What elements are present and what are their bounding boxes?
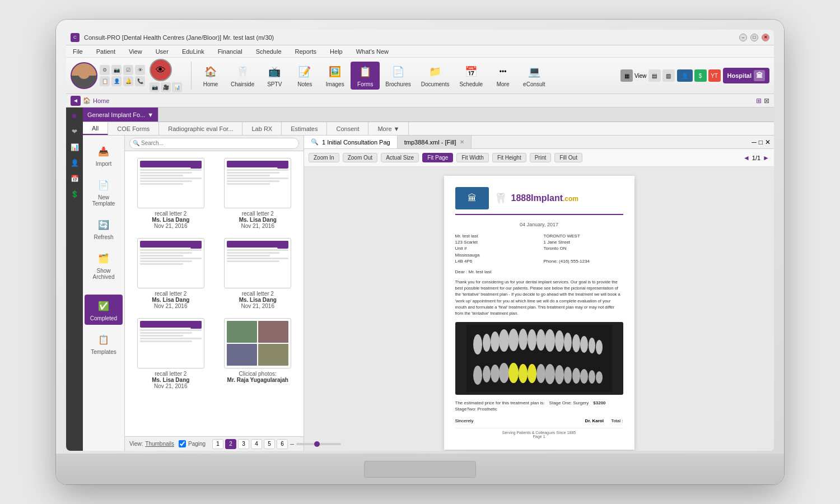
toolbar-icon-6[interactable]: 👤 — [111, 76, 122, 86]
viewer-tab-2[interactable]: tmp3884.xml - [Fill] ✕ — [398, 136, 472, 148]
list-item[interactable]: recall letter 2 Ms. Lisa Dang Nov 21, 20… — [129, 236, 212, 311]
slider-track[interactable] — [296, 443, 341, 445]
paging-checkbox[interactable] — [179, 440, 186, 447]
sidebar-icon-4[interactable]: 📅 — [68, 172, 81, 185]
eye-icon-1[interactable]: 📷 — [150, 82, 160, 92]
toolbar-sptv[interactable]: 📺 SPTV — [260, 62, 289, 90]
toolbar-icon-4[interactable]: 👁 — [135, 65, 145, 75]
menu-financial[interactable]: Financial — [216, 48, 245, 55]
nav-icon-1[interactable]: ⊞ — [756, 97, 762, 105]
slider-handle[interactable] — [314, 441, 320, 447]
profile-avatar[interactable] — [71, 62, 97, 89]
search-input[interactable] — [129, 138, 299, 149]
viewer-tab-1[interactable]: 🔍 1 Initial Consultation Pag — [304, 136, 398, 148]
view-toggle-2[interactable]: ▤ — [648, 69, 661, 82]
print-button[interactable]: Print — [530, 153, 552, 162]
close-button[interactable]: ✕ — [762, 34, 769, 41]
sidebar-home-icon[interactable]: ⏺ — [68, 110, 81, 122]
page-btn-5[interactable]: 5 — [264, 439, 275, 449]
toolbar-icon-7[interactable]: 🔔 — [123, 76, 133, 86]
menu-file[interactable]: File — [71, 48, 85, 55]
subtab-all[interactable]: All — [83, 122, 108, 135]
page-btn-1[interactable]: 1 — [212, 439, 223, 449]
list-item[interactable]: recall letter 2 Ms. Lisa Dang Nov 21, 20… — [217, 156, 300, 231]
subtab-consent[interactable]: Consent — [327, 122, 368, 135]
maximize-viewer-btn[interactable]: □ — [759, 138, 763, 146]
nav-back-btn[interactable]: ◄ — [71, 96, 81, 106]
page-btn-6[interactable]: 6 — [277, 439, 288, 449]
fit-height-button[interactable]: Fit Height — [492, 153, 526, 162]
menu-reports[interactable]: Reports — [293, 48, 319, 55]
zoom-out-button[interactable]: Zoom Out — [343, 153, 377, 162]
page-btn-4[interactable]: 4 — [251, 439, 262, 449]
menu-schedule[interactable]: Schedule — [254, 48, 284, 55]
maximize-button[interactable]: □ — [750, 34, 758, 41]
minimize-viewer-btn[interactable]: ─ — [752, 138, 757, 146]
fit-page-button[interactable]: Fit Page — [422, 153, 453, 162]
user-icon-2[interactable]: $ — [694, 69, 707, 82]
toolbar-chairside[interactable]: 🦷 Chairside — [226, 62, 259, 90]
menu-whats-new[interactable]: What's New — [354, 48, 391, 55]
prev-page-btn[interactable]: ◄ — [743, 154, 750, 162]
new-template-button[interactable]: 📄 New Template — [85, 174, 123, 210]
nav-home[interactable]: 🏠 Home — [83, 97, 109, 104]
refresh-button[interactable]: 🔄 Refresh — [85, 213, 123, 244]
menu-help[interactable]: Help — [328, 48, 345, 55]
page-btn-3[interactable]: 3 — [238, 439, 249, 449]
user-icon-3[interactable]: YT — [708, 69, 721, 82]
subtab-coe[interactable]: COE Forms — [108, 122, 159, 135]
templates-button[interactable]: 📋 Templates — [85, 328, 123, 358]
sidebar-icon-3[interactable]: 👤 — [68, 157, 81, 169]
list-item[interactable]: recall letter 2 Ms. Lisa Dang Nov 21, 20… — [129, 316, 212, 391]
view-toggle-1[interactable]: ▦ — [620, 69, 633, 82]
sidebar-icon-1[interactable]: ❤ — [68, 125, 81, 138]
list-item[interactable]: recall letter 2 Ms. Lisa Dang Nov 21, 20… — [217, 236, 300, 311]
next-page-btn[interactable]: ► — [763, 154, 769, 162]
toolbar-econsult[interactable]: 💻 eConsult — [519, 62, 549, 90]
eye-icon-3[interactable]: 📊 — [172, 82, 182, 92]
page-btn-2[interactable]: 2 — [225, 439, 236, 449]
subtab-estimates[interactable]: Estimates — [282, 122, 327, 135]
subtab-radio[interactable]: Radiographic eval For... — [159, 122, 242, 135]
list-item[interactable]: Clicical photos: Mr. Raja Yugagularajah — [217, 316, 300, 391]
fit-width-button[interactable]: Fit Width — [456, 153, 488, 162]
toolbar-schedule[interactable]: 📅 Schedule — [455, 62, 487, 90]
menu-view[interactable]: View — [127, 48, 144, 55]
toolbar-home[interactable]: 🏠 Home — [196, 62, 225, 90]
subtab-more[interactable]: More ▼ — [368, 122, 409, 135]
show-archived-button[interactable]: 🗂️ Show Archived — [85, 247, 123, 283]
trackpad[interactable] — [364, 461, 476, 478]
toolbar-documents[interactable]: 📁 Documents — [417, 62, 454, 90]
menu-patient[interactable]: Patient — [94, 48, 118, 55]
user-icon-1[interactable]: 👤 — [677, 69, 693, 82]
toolbar-images[interactable]: 🖼️ Images — [320, 62, 349, 90]
menu-edulink[interactable]: EduLink — [180, 48, 207, 55]
viewer-tab-2-close[interactable]: ✕ — [460, 139, 464, 145]
minimize-button[interactable]: – — [739, 34, 747, 41]
toolbar-icon-1[interactable]: ⚙ — [100, 65, 110, 75]
view-type[interactable]: Thumbnails — [145, 441, 174, 447]
toolbar-notes[interactable]: 📝 Notes — [290, 62, 319, 90]
completed-button[interactable]: ✅ Completed — [85, 295, 123, 325]
toolbar-forms[interactable]: 📋 Forms — [351, 62, 380, 90]
toolbar-brochures[interactable]: 📄 Brochures — [381, 62, 416, 90]
toolbar-icon-3[interactable]: ☑ — [123, 65, 133, 75]
actual-size-button[interactable]: Actual Size — [381, 153, 419, 162]
menu-user[interactable]: User — [153, 48, 171, 55]
toolbar-icon-5[interactable]: 📋 — [100, 76, 110, 86]
subtab-labrx[interactable]: Lab RX — [242, 122, 282, 135]
sidebar-icon-5[interactable]: 💲 — [68, 188, 81, 200]
import-button[interactable]: 📥 Import — [85, 140, 123, 170]
toolbar-more[interactable]: ••• More — [488, 62, 517, 90]
zoom-in-button[interactable]: Zoom In — [309, 153, 339, 162]
toolbar-icon-2[interactable]: 📷 — [111, 65, 122, 75]
main-tab-forms[interactable]: General Implant Fo... ▼ — [83, 108, 158, 122]
eye-icon-2[interactable]: 🎥 — [161, 82, 171, 92]
fill-out-button[interactable]: Fill Out — [554, 153, 582, 162]
window-controls[interactable]: – □ ✕ — [739, 34, 769, 41]
zoom-minus[interactable]: – — [290, 440, 294, 448]
close-viewer-btn[interactable]: ✕ — [765, 138, 771, 146]
list-item[interactable]: recall letter 2 Ms. Lisa Dang Nov 21, 20… — [129, 156, 212, 231]
toolbar-icon-8[interactable]: 📞 — [135, 76, 145, 86]
view-toggle-3[interactable]: ▥ — [662, 69, 675, 82]
